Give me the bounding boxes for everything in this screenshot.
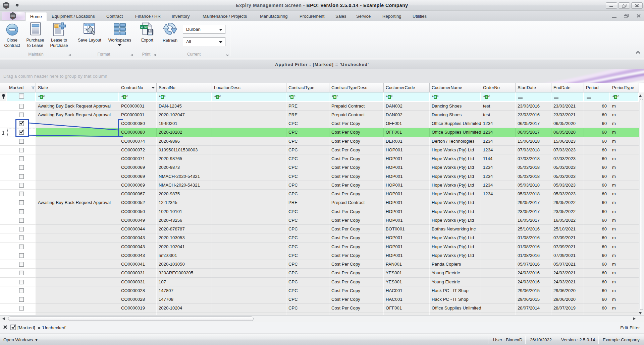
- svg-text:XLSX: XLSX: [141, 26, 148, 29]
